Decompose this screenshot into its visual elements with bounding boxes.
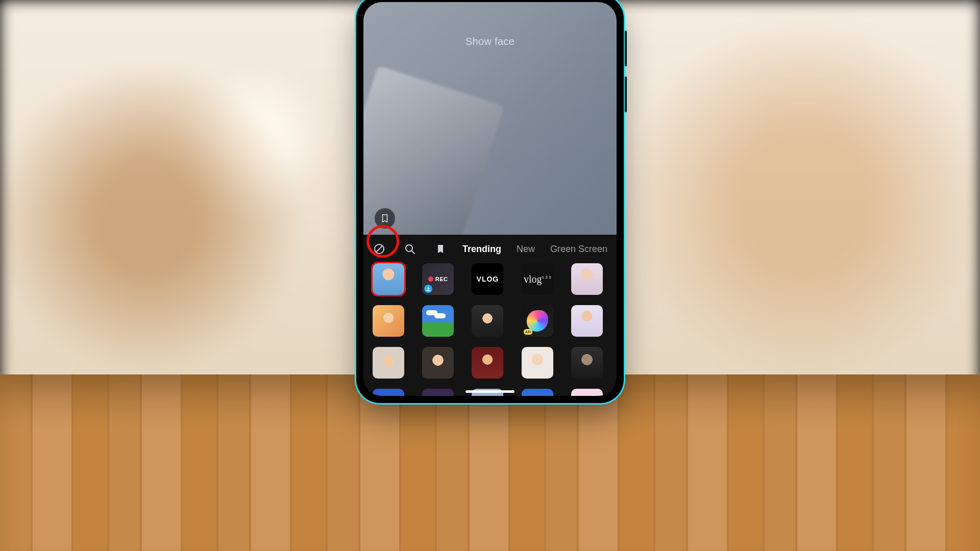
search-icon	[404, 243, 416, 255]
ar-badge: AR	[524, 329, 533, 335]
effect-tile[interactable]	[571, 389, 603, 396]
tile-label: vlog1 2 3	[524, 273, 551, 285]
tab-trending[interactable]: Trending	[462, 241, 501, 258]
effect-tile[interactable]	[373, 305, 404, 337]
effects-tray: Trending New Green Screen REC VLOG	[363, 235, 617, 396]
home-indicator[interactable]	[465, 390, 514, 393]
effect-tile[interactable]: AR	[522, 305, 553, 337]
effect-tile[interactable]	[373, 263, 404, 295]
face-hint-text: Show face	[363, 36, 617, 47]
phone-frame: Show face	[356, 0, 624, 403]
rec-dot-icon	[428, 277, 433, 282]
save-effect-button[interactable]	[375, 208, 395, 229]
effect-tile[interactable]	[422, 389, 454, 396]
effect-tile[interactable]	[422, 305, 454, 337]
effect-tile[interactable]: vlog1 2 3	[522, 263, 553, 295]
effect-tile[interactable]	[472, 305, 503, 337]
effect-tile[interactable]: VLOG	[472, 263, 503, 295]
effect-tile[interactable]	[571, 305, 603, 337]
effect-tile[interactable]	[522, 389, 553, 396]
category-tabs: Trending New Green Screen	[462, 241, 607, 258]
download-badge-icon	[424, 285, 432, 293]
tab-green-screen[interactable]: Green Screen	[550, 241, 607, 258]
effects-tab-bar: Trending New Green Screen	[363, 235, 617, 263]
no-effect-button[interactable]	[371, 240, 388, 258]
phone-screen: Show face	[363, 2, 617, 396]
tab-new[interactable]: New	[517, 241, 535, 258]
effects-grid[interactable]: REC VLOG vlog1 2 3 AR	[363, 263, 617, 396]
bookmark-filled-icon	[436, 244, 445, 254]
camera-viewfinder[interactable]: Show face	[363, 2, 617, 235]
search-effects-button[interactable]	[401, 240, 419, 258]
effect-tile[interactable]	[422, 347, 454, 379]
effect-tile[interactable]: Gold Coast	[373, 389, 404, 396]
tile-label: REC	[435, 276, 448, 282]
svg-line-3	[412, 251, 415, 254]
svg-line-1	[376, 246, 382, 252]
effect-tile[interactable]	[571, 263, 603, 295]
effect-tile[interactable]	[373, 347, 404, 379]
tile-label: VLOG	[477, 275, 499, 283]
effect-tile[interactable]	[472, 347, 503, 379]
effect-tile[interactable]	[571, 347, 603, 379]
effect-tile[interactable]	[522, 347, 553, 379]
effect-tile[interactable]: REC	[422, 263, 454, 295]
favorites-tab-button[interactable]	[432, 240, 449, 258]
bookmark-outline-icon	[381, 214, 389, 223]
ban-icon	[373, 243, 385, 255]
